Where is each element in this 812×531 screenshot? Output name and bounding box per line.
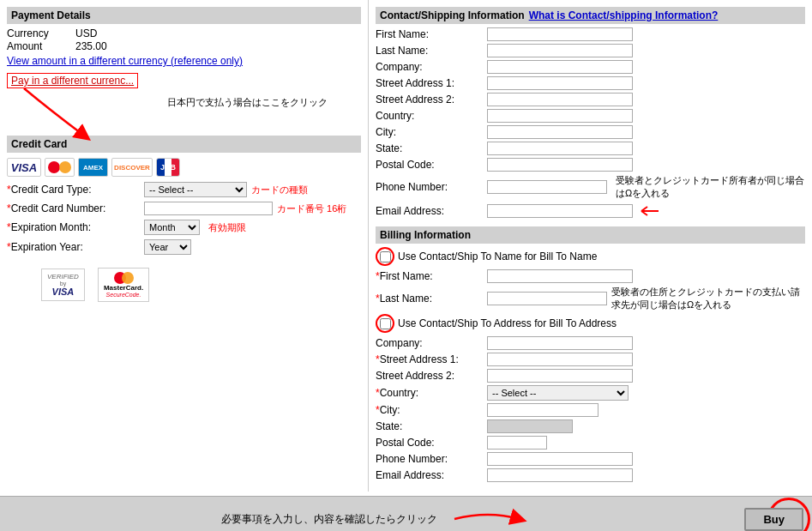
last-name-row: Last Name: bbox=[376, 44, 805, 57]
first-name-input[interactable] bbox=[487, 27, 633, 41]
billing-address-annotation: 受験者の住所とクレジットカードの支払い請求先が同じ場合はΩを入れる bbox=[611, 286, 805, 311]
card-logos: VISA AMEX DISCOVER JCB bbox=[7, 158, 361, 177]
billing-country-label: *Country: bbox=[376, 387, 487, 399]
view-amount-link[interactable]: View amount in a different currency (ref… bbox=[7, 55, 243, 67]
billing-phone-row: Phone Number: bbox=[376, 452, 805, 466]
billing-street1-label: *Street Address 1: bbox=[376, 353, 487, 365]
billing-company-row: Company: bbox=[376, 336, 805, 350]
first-name-label: First Name: bbox=[376, 28, 487, 40]
billing-street2-row: Street Address 2: bbox=[376, 369, 805, 383]
use-contact-address-checkbox[interactable] bbox=[380, 318, 391, 329]
visa-logo: VISA bbox=[7, 158, 41, 177]
amount-label: Amount bbox=[7, 40, 75, 52]
circle-annotation-name bbox=[376, 247, 394, 266]
street2-label: Street Address 2: bbox=[376, 94, 487, 106]
card-number-input[interactable] bbox=[144, 202, 273, 215]
bottom-bar: 必要事項を入力し、内容を確認したらクリック Buy bbox=[0, 496, 812, 531]
use-contact-name-row: Use Contact/Ship To Name for Bill To Nam… bbox=[376, 247, 805, 266]
expiry-month-row: *Expiration Month: Month 01020304 050607… bbox=[7, 220, 361, 235]
amex-logo: AMEX bbox=[78, 158, 108, 177]
postal-label: Postal Code: bbox=[376, 159, 487, 171]
country-row: Country: bbox=[376, 109, 805, 123]
contact-fields: First Name: Last Name: Company: Street A… bbox=[376, 27, 805, 220]
first-name-row: First Name: bbox=[376, 27, 805, 41]
email-label: Email Address: bbox=[376, 205, 487, 217]
billing-email-label: Email Address: bbox=[376, 469, 487, 481]
city-label: City: bbox=[376, 126, 487, 138]
expiry-year-label: *Expiration Year: bbox=[7, 241, 144, 253]
billing-street2-label: Street Address 2: bbox=[376, 370, 487, 382]
billing-state-input[interactable] bbox=[487, 419, 573, 433]
billing-company-label: Company: bbox=[376, 337, 487, 349]
credit-card-title: Credit Card bbox=[7, 136, 361, 153]
use-contact-address-label: Use Contact/Ship To Address for Bill To … bbox=[398, 317, 617, 329]
email-arrow-icon bbox=[637, 202, 663, 220]
billing-first-name-row: *First Name: bbox=[376, 269, 805, 283]
billing-phone-input[interactable] bbox=[487, 452, 633, 466]
card-type-row: *Credit Card Type: -- Select -- Visa Mas… bbox=[7, 182, 361, 197]
amount-row: Amount 235.00 bbox=[7, 40, 361, 52]
billing-last-name-input[interactable] bbox=[487, 292, 607, 305]
card-type-select[interactable]: -- Select -- Visa MasterCard Amex Discov… bbox=[144, 182, 247, 197]
billing-email-input[interactable] bbox=[487, 468, 633, 482]
street1-row: Street Address 1: bbox=[376, 76, 805, 90]
mastercard-securecode-logo: MasterCard. SecureCode. bbox=[98, 268, 149, 302]
security-logos: VERIFIED by VISA MasterCard. SecureCode. bbox=[41, 268, 361, 302]
right-panel: Contact/Shipping Information What is Con… bbox=[369, 0, 812, 492]
billing-street2-input[interactable] bbox=[487, 369, 633, 383]
billing-city-row: *City: bbox=[376, 403, 805, 417]
company-row: Company: bbox=[376, 60, 805, 74]
street1-input[interactable] bbox=[487, 76, 633, 90]
jcb-logo: JCB bbox=[156, 158, 180, 177]
expiry-month-select[interactable]: Month 01020304 05060708 09101112 bbox=[144, 220, 200, 235]
billing-last-name-row: *Last Name: 受験者の住所とクレジットカードの支払い請求先が同じ場合は… bbox=[376, 286, 805, 311]
phone-input[interactable] bbox=[487, 180, 607, 194]
billing-city-input[interactable] bbox=[487, 403, 598, 417]
left-panel: Payment Details Currency USD Amount 235.… bbox=[0, 0, 369, 492]
postal-input[interactable] bbox=[487, 158, 633, 172]
country-label: Country: bbox=[376, 110, 487, 122]
use-contact-address-row: Use Contact/Ship To Address for Bill To … bbox=[376, 314, 805, 333]
email-input[interactable] bbox=[487, 204, 633, 218]
street2-input[interactable] bbox=[487, 93, 633, 106]
email-row: Email Address: bbox=[376, 202, 805, 220]
bottom-annotation: 必要事項を入力し、内容を確認したらクリック bbox=[221, 512, 437, 527]
billing-first-name-input[interactable] bbox=[487, 269, 633, 283]
currency-value: USD bbox=[75, 27, 97, 39]
card-number-annotation: カード番号 16桁 bbox=[277, 202, 346, 215]
billing-postal-input[interactable] bbox=[487, 436, 547, 450]
billing-street1-input[interactable] bbox=[487, 353, 633, 366]
billing-postal-label: Postal Code: bbox=[376, 437, 487, 449]
card-number-label: *Credit Card Number: bbox=[7, 202, 144, 214]
expiry-month-label: *Expiration Month: bbox=[7, 221, 144, 233]
currency-label: Currency bbox=[7, 27, 75, 39]
payment-details-title: Payment Details bbox=[7, 7, 361, 24]
card-type-label: *Credit Card Type: bbox=[7, 184, 144, 196]
billing-country-select[interactable]: -- Select -- United States Japan United … bbox=[487, 385, 629, 401]
use-contact-name-checkbox[interactable] bbox=[380, 251, 391, 262]
contact-title: Contact/Shipping Information bbox=[380, 9, 525, 21]
billing-postal-row: Postal Code: bbox=[376, 436, 805, 450]
contact-info-link[interactable]: What is Contact/shipping Information? bbox=[529, 9, 719, 21]
expiry-year-select[interactable]: Year 20242025202620272028 bbox=[144, 239, 191, 255]
expiry-annotation: 有効期限 bbox=[208, 221, 246, 234]
buy-button[interactable]: Buy bbox=[744, 508, 803, 531]
street2-row: Street Address 2: bbox=[376, 93, 805, 106]
billing-city-label: *City: bbox=[376, 404, 487, 416]
use-contact-name-label: Use Contact/Ship To Name for Bill To Nam… bbox=[398, 250, 597, 262]
country-input[interactable] bbox=[487, 109, 633, 123]
currency-row: Currency USD bbox=[7, 27, 361, 39]
company-input[interactable] bbox=[487, 60, 633, 74]
company-label: Company: bbox=[376, 61, 487, 73]
phone-annotation: 受験者とクレジットカード所有者が同じ場合はΩを入れる bbox=[616, 174, 805, 200]
billing-phone-label: Phone Number: bbox=[376, 453, 487, 465]
billing-first-name-label: *First Name: bbox=[376, 270, 487, 282]
state-input[interactable] bbox=[487, 142, 633, 155]
city-input[interactable] bbox=[487, 125, 633, 139]
billing-country-row: *Country: -- Select -- United States Jap… bbox=[376, 385, 805, 401]
billing-company-input[interactable] bbox=[487, 336, 633, 350]
last-name-input[interactable] bbox=[487, 44, 633, 57]
last-name-label: Last Name: bbox=[376, 45, 487, 57]
billing-title: Billing Information bbox=[376, 226, 805, 244]
payment-details-section: Payment Details Currency USD Amount 235.… bbox=[7, 7, 361, 127]
